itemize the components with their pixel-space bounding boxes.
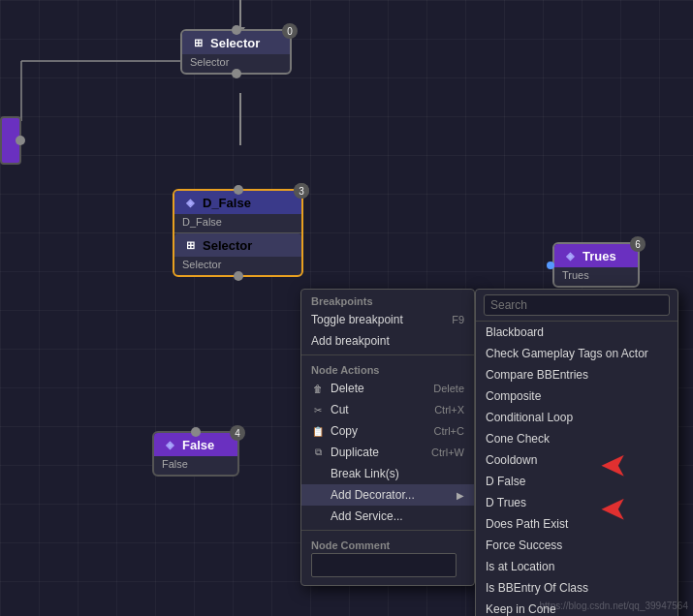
- ctx-cut-label: Cut: [331, 403, 349, 416]
- ctx-delete-label: Delete: [331, 382, 364, 395]
- dfalse-icon: ◈: [182, 195, 198, 210]
- ctx-duplicate-shortcut: Ctrl+W: [431, 447, 464, 458]
- divider-1: [301, 354, 474, 355]
- node-badge-6: 6: [630, 236, 646, 252]
- ctx-add-service-left: Add Service...: [311, 509, 403, 523]
- delete-icon: 🗑: [311, 382, 325, 395]
- ctx-copy-shortcut: Ctrl+C: [434, 425, 464, 437]
- submenu-item-check-gameplay[interactable]: Check Gameplay Tags on Actor: [476, 343, 677, 364]
- ctx-copy[interactable]: 📋 Copy Ctrl+C: [301, 420, 474, 442]
- node-false-top-connector[interactable]: [191, 427, 201, 437]
- trues-icon: ◈: [562, 248, 578, 263]
- submenu-item-is-at-location[interactable]: Is at Location: [476, 556, 677, 577]
- selector-inner-icon: ⊞: [182, 237, 198, 253]
- node-comment-label: Node Comment: [301, 534, 474, 553]
- node-root-top-connector[interactable]: [232, 25, 241, 35]
- node-combo-bottom-connector[interactable]: [234, 271, 243, 281]
- context-menu: Breakpoints Toggle breakpoint F9 Add bre…: [300, 289, 475, 586]
- node-false-title: False: [182, 438, 214, 452]
- false-icon: ◈: [162, 437, 177, 452]
- submenu-item-d-trues[interactable]: D Trues: [476, 492, 677, 513]
- submenu-item-cone-check[interactable]: Cone Check: [476, 428, 677, 449]
- copy-icon: 📋: [311, 424, 325, 438]
- ctx-add-breakpoint[interactable]: Add breakpoint: [301, 330, 474, 352]
- node-badge-4: 4: [230, 425, 245, 441]
- ctx-add-service[interactable]: Add Service...: [301, 506, 474, 527]
- node-dfalse-label: D_False: [174, 214, 301, 232]
- submenu-item-composite[interactable]: Composite: [476, 385, 677, 407]
- node-dfalse-title: D_False: [203, 196, 251, 210]
- ctx-break-links-label: Break Link(s): [331, 467, 399, 480]
- decorator-submenu: Blackboard Check Gameplay Tags on Actor …: [475, 289, 678, 616]
- submenu-item-is-bbentry[interactable]: Is BBEntry Of Class: [476, 577, 677, 599]
- ctx-duplicate-label: Duplicate: [331, 446, 379, 459]
- ctx-delete-shortcut: Delete: [433, 383, 464, 394]
- node-selector-root[interactable]: 0 ⊞ Selector Selector: [180, 29, 292, 75]
- ctx-toggle-breakpoint[interactable]: Toggle breakpoint F9: [301, 309, 474, 330]
- node-dfalse-top-connector[interactable]: [234, 185, 243, 195]
- add-decorator-icon: [311, 488, 325, 502]
- duplicate-icon: ⧉: [311, 446, 325, 459]
- breakpoints-section-label: Breakpoints: [301, 290, 474, 309]
- submenu-item-does-path-exist[interactable]: Does Path Exist: [476, 513, 677, 535]
- ctx-add-decorator-label: Add Decorator...: [331, 488, 415, 502]
- add-service-icon: [311, 509, 325, 523]
- ctx-toggle-breakpoint-shortcut: F9: [452, 314, 464, 325]
- ctx-delete[interactable]: 🗑 Delete Delete: [301, 378, 474, 399]
- node-left[interactable]: [0, 116, 21, 165]
- node-selector-inner-title: Selector: [203, 238, 252, 253]
- ctx-cut-left: ✂ Cut: [311, 403, 349, 416]
- node-false[interactable]: 4 ◈ False False: [152, 431, 239, 477]
- node-left-connector[interactable]: [16, 136, 25, 145]
- node-dfalse[interactable]: 2 ◈ D_False D_False: [174, 191, 301, 232]
- ctx-copy-label: Copy: [331, 424, 358, 438]
- ctx-break-links-left: Break Link(s): [311, 467, 399, 480]
- node-trues-label: Trues: [554, 267, 638, 286]
- cut-icon: ✂: [311, 403, 325, 416]
- watermark: https://blog.csdn.net/qq_39947564: [540, 601, 688, 611]
- node-false-label: False: [154, 456, 237, 475]
- trues-left-connector[interactable]: [547, 262, 554, 269]
- node-dfalse-combo[interactable]: 2 ◈ D_False D_False 3 ⊞ Selector Selecto…: [173, 189, 303, 277]
- submenu-item-cooldown[interactable]: Cooldown: [476, 449, 677, 471]
- node-trues[interactable]: 6 ◈ Trues Trues: [552, 242, 640, 288]
- submenu-item-conditional-loop[interactable]: Conditional Loop: [476, 407, 677, 428]
- submenu-search-container: [476, 290, 677, 322]
- ctx-cut[interactable]: ✂ Cut Ctrl+X: [301, 399, 474, 420]
- node-root-bottom-connector[interactable]: [232, 69, 241, 78]
- node-comment-input[interactable]: [311, 553, 457, 577]
- divider-2: [301, 530, 474, 531]
- node-selector-inner-header: ⊞ Selector: [174, 233, 301, 257]
- ctx-add-service-label: Add Service...: [331, 509, 403, 523]
- ctx-add-decorator[interactable]: Add Decorator... ▶: [301, 484, 474, 506]
- submenu-item-force-success[interactable]: Force Success: [476, 535, 677, 556]
- node-actions-section-label: Node Actions: [301, 358, 474, 378]
- ctx-toggle-breakpoint-label: Toggle breakpoint: [311, 313, 403, 326]
- ctx-copy-left: 📋 Copy: [311, 424, 358, 438]
- ctx-cut-shortcut: Ctrl+X: [434, 404, 464, 416]
- ctx-duplicate-left: ⧉ Duplicate: [311, 446, 379, 459]
- ctx-add-decorator-left: Add Decorator...: [311, 488, 415, 502]
- node-selector-inner[interactable]: 3 ⊞ Selector Selector: [174, 232, 301, 275]
- node-trues-header: ◈ Trues: [554, 244, 638, 267]
- submenu-item-blackboard[interactable]: Blackboard: [476, 322, 677, 343]
- submenu-item-compare-bb[interactable]: Compare BBEntries: [476, 364, 677, 385]
- node-badge-3: 3: [294, 183, 309, 199]
- selector-icon: ⊞: [190, 35, 205, 50]
- submenu-item-d-false[interactable]: D False: [476, 471, 677, 492]
- ctx-break-links[interactable]: Break Link(s): [301, 463, 474, 484]
- submenu-arrow: ▶: [457, 490, 464, 501]
- node-root-title: Selector: [210, 36, 260, 50]
- ctx-add-breakpoint-label: Add breakpoint: [311, 334, 390, 348]
- ctx-delete-left: 🗑 Delete: [311, 382, 364, 395]
- submenu-search-input[interactable]: [484, 294, 670, 316]
- break-links-icon: [311, 467, 325, 480]
- ctx-duplicate[interactable]: ⧉ Duplicate Ctrl+W: [301, 442, 474, 463]
- node-trues-title: Trues: [583, 249, 616, 263]
- node-badge-0: 0: [282, 23, 298, 39]
